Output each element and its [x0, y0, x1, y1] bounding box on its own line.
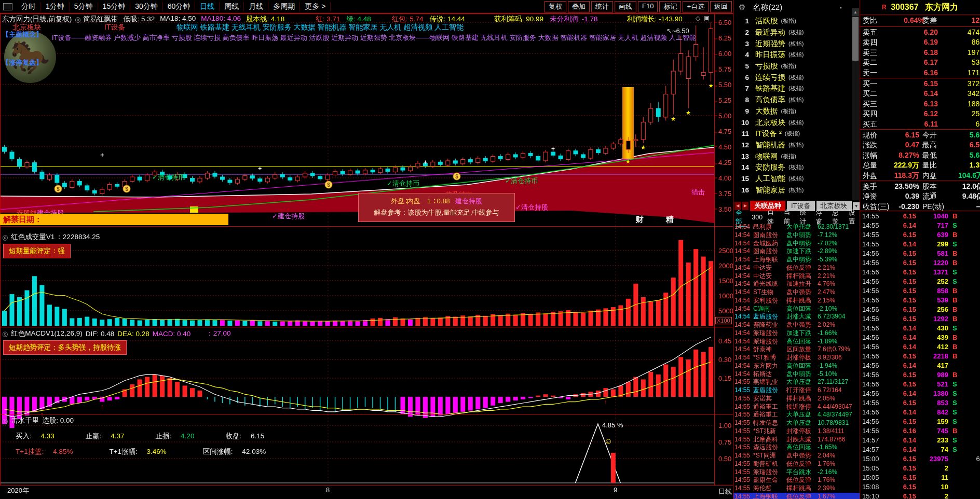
alert-row[interactable]: 14:54东方网力高位回落-1.94% — [733, 362, 860, 370]
alert-stock-name: ST生物 — [753, 288, 786, 297]
alert-row[interactable]: 14:54ST生物盘中强势2.47% — [733, 288, 860, 297]
collapse-icon[interactable]: ◎ — [2, 233, 8, 241]
alert-row[interactable]: 14:55*ST兆新封涨停板1.38/4111 — [733, 427, 860, 436]
alert-row[interactable]: 14:54*ST雅博封涨停板3.92/306 — [733, 354, 860, 362]
alert-row[interactable]: 14:55蓝盾股份打开涨停6.72/164 — [733, 386, 860, 395]
sector-item-大数据[interactable]: 9大数据(板指) — [733, 106, 851, 117]
period-tab-30分钟[interactable]: 30分钟 — [130, 2, 163, 11]
alert-row[interactable]: 14:54拓斯达盘中弱势-5.10% — [733, 370, 860, 379]
sector-item-近期强势[interactable]: 3近期强势(板指) — [733, 38, 851, 49]
alert-row[interactable]: 14:55派瑞股份平台跳水-2.16% — [733, 468, 860, 477]
alert-row[interactable]: 14:55北摩高科封跌大减174.87/66 — [733, 436, 860, 444]
period-tab-日线[interactable]: 日线 — [195, 2, 220, 11]
alert-row[interactable]: 14:54图南股份盘中弱势-7.12% — [733, 231, 860, 240]
volume-indicator-name[interactable]: 红色成交量V1 — [11, 232, 55, 242]
alert-row[interactable]: 14:54赛隆药业盘中强势2.02% — [733, 321, 860, 329]
sector-item-智能机器[interactable]: 12智能机器(板指) — [733, 140, 851, 151]
alert-row[interactable]: 14:55通裕重工大单压盘4.48/374497 — [733, 411, 860, 419]
sector-item-昨日振荡[interactable]: 4昨日振荡(板指) — [733, 49, 851, 61]
toolbar-button-统计[interactable]: 统计 — [591, 1, 613, 12]
toolbar-button-画线[interactable]: 画线 — [615, 1, 636, 12]
alert-row[interactable]: 14:54C迦南高位回落-2.10% — [733, 305, 860, 313]
period-tab-15分钟[interactable]: 15分钟 — [98, 2, 131, 11]
alert-row[interactable]: 14:54中达安低位反弹2.21% — [733, 264, 860, 272]
alert-row[interactable]: 14:55盈康生命低位反弹1.76% — [733, 476, 860, 484]
period-tab-月线[interactable]: 月线 — [244, 2, 268, 11]
filter-300[interactable]: 300 — [752, 214, 763, 221]
alert-row[interactable]: 14:55*ST同洲盘中强势2.04% — [733, 452, 860, 460]
sector-scrollbar[interactable]: ▲ — [852, 8, 859, 200]
sector-item-IT设备 ²[interactable]: 11IT设备 ²(板指) — [733, 128, 851, 140]
toolbar-button-叠加[interactable]: 叠加 — [568, 1, 590, 12]
indicator-dropdown-icon[interactable]: ◎ — [75, 15, 81, 23]
period-tab-60分钟[interactable]: 60分钟 — [163, 2, 196, 11]
alert-row[interactable]: 14:54安利股份撑杆跳高2.15% — [733, 297, 860, 305]
alert-row[interactable]: 14:55安诺其撑杆跳高2.05% — [733, 395, 860, 403]
period-tab-1分钟[interactable]: 1分钟 — [41, 2, 70, 11]
alert-row[interactable]: 14:54图南股份加速下跌-2.89% — [733, 247, 860, 256]
toolbar-button-标记[interactable]: 标记 — [659, 1, 681, 12]
bottom-indicator-name[interactable]: 击水千里 — [11, 416, 39, 425]
tick-price: 6.14 — [887, 408, 916, 417]
sector-item-活跃股[interactable]: 1活跃股(板指) — [733, 16, 851, 27]
alert-stock-name: *ST兆新 — [753, 427, 786, 436]
alert-row[interactable]: 14:55燕塘乳业大单压盘27.11/3127 — [733, 378, 860, 386]
scrollbar-thumb[interactable] — [852, 17, 859, 61]
alert-row[interactable]: 14:54舒泰神区间放量7.6倍0.79% — [733, 345, 860, 354]
alert-row[interactable]: 14:54金城医药盘中弱势-7.02% — [733, 240, 860, 248]
fin-row: 换手23.50%股本12.0亿 — [860, 182, 980, 191]
alert-row[interactable]: 14:54中达安撑杆跳高2.21% — [733, 272, 860, 281]
tick-time: 14:55 — [862, 221, 879, 230]
buy-level-label: 买四 — [863, 109, 877, 119]
tick-direction: S — [952, 417, 957, 426]
toolbar-button-返回[interactable]: 返回 — [710, 1, 732, 12]
alert-row[interactable]: 14:55上海钢联低位反弹1.67% — [733, 493, 860, 499]
tick-time: 14:57 — [862, 436, 879, 445]
sector-item-铁路基建[interactable]: 7铁路基建(板指) — [733, 83, 851, 94]
alert-row[interactable]: 14:55森远股份高位回落-1.65% — [733, 443, 860, 452]
scroll-up-icon[interactable]: ▲ — [852, 8, 859, 16]
toolbar-button-+自选[interactable]: +自选 — [683, 1, 709, 12]
period-tab-多周期[interactable]: 多周期 — [268, 2, 300, 11]
kline-chart-canvas[interactable] — [0, 13, 733, 499]
sector-header-title[interactable]: 名称(22) — [753, 3, 782, 12]
alert-row[interactable]: 14:54派瑞股份高位回落-1.89% — [733, 338, 860, 346]
alert-row[interactable]: 14:54昂利康大单托盘62.30/1371 — [733, 223, 860, 231]
sector-item-高负债率[interactable]: 8高负债率(板指) — [733, 94, 851, 106]
alert-row[interactable]: 14:54蓝盾股份封涨大减6.72/3904 — [733, 313, 860, 321]
toolbar-button-F10[interactable]: F10 — [638, 1, 658, 12]
alert-row[interactable]: 14:55海伦哲撑杆跳高2.39% — [733, 484, 860, 493]
tick-list[interactable]: 14:556.151040B214:556.14717S214:556.1563… — [860, 212, 980, 499]
alert-row[interactable]: 14:55特发信息大单压盘10.78/9831 — [733, 419, 860, 427]
sector-item-物联网[interactable]: 13物联网(板指) — [733, 150, 851, 162]
alert-row[interactable]: 14:54上海钢联盘中弱势-5.39% — [733, 256, 860, 264]
period-tab-更多 >[interactable]: 更多 > — [300, 2, 331, 11]
collapse-icon[interactable]: ◎ — [2, 330, 8, 338]
macd-indicator-name[interactable]: 红色MACDV1(12,26,9) — [11, 329, 82, 338]
window-icon[interactable] — [3, 3, 12, 10]
tick-volume: 858 — [916, 286, 948, 296]
sector-item-亏损股[interactable]: 5亏损股(板指) — [733, 61, 851, 72]
sector-item-连续亏损[interactable]: 6连续亏损(板指) — [733, 72, 851, 83]
alert-value: 1.76% — [818, 460, 835, 468]
alert-row[interactable]: 14:54派瑞股份加速下跌-1.66% — [733, 329, 860, 338]
period-tab-周线[interactable]: 周线 — [220, 2, 244, 11]
alert-row[interactable]: 14:55通裕重工接近涨停4.44/493047 — [733, 403, 860, 411]
sector-item-最近异动[interactable]: 2最近异动(板指) — [733, 27, 851, 38]
main-indicator-name[interactable]: 简易红飘带 — [83, 15, 118, 24]
sector-item-安防服务[interactable]: 14安防服务(板指) — [733, 162, 851, 173]
tick-direction: B — [952, 296, 957, 305]
alert-row[interactable]: 14:54通光线缆加速拉升4.76% — [733, 280, 860, 288]
tick-count: 1 — [963, 342, 980, 352]
sector-item-北京板块[interactable]: 10北京板块(板指) — [733, 117, 851, 128]
gear-icon[interactable]: ⚙ — [739, 3, 745, 12]
tick-direction: S — [952, 445, 957, 454]
period-tab-5分钟[interactable]: 5分钟 — [70, 2, 98, 11]
sector-item-人工智能[interactable]: 15人工智能(板指) — [733, 173, 851, 185]
toolbar-button-复权[interactable]: 复权 — [545, 1, 566, 12]
alert-row[interactable]: 14:55耐普矿机低位反弹1.76% — [733, 460, 860, 468]
period-tab-分时[interactable]: 分时 — [17, 2, 41, 11]
collapse-icon[interactable]: ◎ — [2, 417, 8, 425]
sector-item-智能家居[interactable]: 16智能家居(板指) — [733, 184, 851, 196]
sector-item-tag: (板指) — [788, 175, 804, 183]
